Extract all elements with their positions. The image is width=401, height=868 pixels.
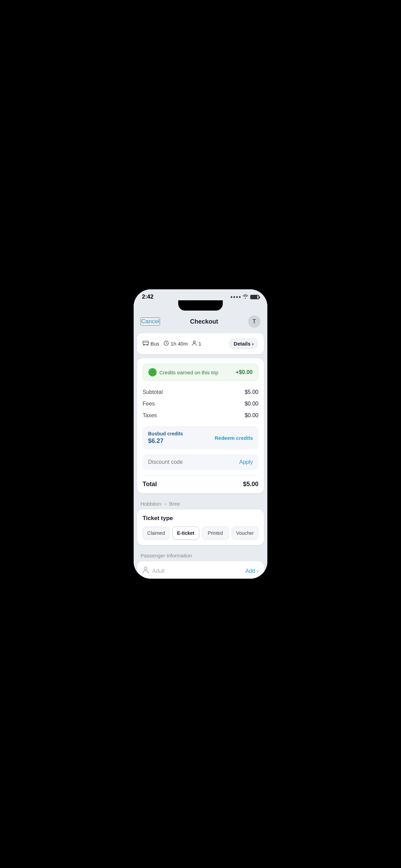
- trip-duration: 1h 40m: [163, 340, 188, 347]
- subtotal-row: Subtotal $5.00: [143, 386, 258, 398]
- details-button[interactable]: Details ›: [229, 338, 258, 349]
- trip-summary: Bus 1h 40m: [137, 333, 264, 354]
- svg-point-1: [144, 344, 145, 345]
- divider: [143, 475, 258, 476]
- subtotal-label: Subtotal: [143, 389, 163, 395]
- apply-button[interactable]: Apply: [239, 459, 253, 465]
- trip-mode-label: Bus: [150, 341, 159, 347]
- fees-row: Fees $0.00: [143, 398, 258, 410]
- svg-point-5: [193, 341, 195, 343]
- ticket-tab-voucher[interactable]: Voucher: [232, 527, 259, 540]
- battery-icon: [250, 295, 259, 299]
- fees-label: Fees: [143, 401, 155, 407]
- nav-bar: Cancel Checkout T: [134, 313, 267, 332]
- wifi-icon: [243, 294, 248, 300]
- taxes-row: Taxes $0.00: [143, 410, 258, 421]
- busbud-credits-info: Busbud credits $6.27: [148, 431, 183, 445]
- credits-amount: +$0.00: [236, 369, 253, 375]
- ticket-type-title: Ticket type: [143, 515, 258, 522]
- redeem-button[interactable]: Redeem credits: [215, 435, 253, 441]
- busbud-credits-amount: $6.27: [148, 437, 183, 445]
- bus-icon: [143, 341, 149, 347]
- ticket-card: Ticket type Claimed E-ticket Printed Vou…: [137, 509, 264, 545]
- ticket-tab-printed[interactable]: Printed: [202, 527, 229, 540]
- passenger-type: Adult: [152, 568, 165, 574]
- add-label: Add: [245, 568, 255, 574]
- trip-duration-label: 1h 40m: [171, 341, 188, 347]
- credits-earned-row: 🌿 Credits earned on this trip +$0.00: [143, 364, 258, 381]
- busbud-credits-box: Busbud credits $6.27 Redeem credits: [143, 426, 258, 449]
- signal-icon: [231, 296, 241, 298]
- add-button[interactable]: Add ›: [245, 568, 258, 574]
- leaf-icon: 🌿: [148, 368, 157, 376]
- passenger-row: Adult Add ›: [143, 567, 258, 575]
- trip-info: Bus 1h 40m: [143, 340, 224, 347]
- discount-input[interactable]: [148, 459, 239, 465]
- passenger-icon: [143, 567, 149, 575]
- subtotal-value: $5.00: [245, 389, 258, 395]
- status-icons: [231, 294, 259, 300]
- taxes-label: Taxes: [143, 412, 157, 419]
- trip-mode: Bus: [143, 341, 159, 347]
- svg-point-2: [147, 344, 148, 345]
- person-icon: [192, 340, 197, 347]
- total-label: Total: [143, 481, 157, 488]
- ticket-tab-claimed[interactable]: Claimed: [143, 527, 170, 540]
- svg-rect-0: [143, 341, 148, 345]
- trip-passengers: 1: [192, 340, 201, 347]
- trip-passengers-label: 1: [198, 341, 201, 347]
- route-label: Hobbiton → Bree: [134, 498, 267, 509]
- passenger-card: Adult Add ›: [137, 561, 264, 579]
- chevron-right-icon: ›: [257, 568, 258, 574]
- total-value: $5.00: [243, 481, 258, 488]
- taxes-value: $0.00: [245, 412, 258, 419]
- notch: [178, 300, 223, 311]
- cancel-button[interactable]: Cancel: [141, 317, 160, 326]
- avatar[interactable]: T: [248, 315, 260, 328]
- passenger-section-label: Passenger information: [134, 550, 267, 561]
- ticket-tab-eticket[interactable]: E-ticket: [172, 527, 199, 540]
- passenger-left: Adult: [143, 567, 165, 575]
- fees-value: $0.00: [245, 401, 258, 407]
- total-row: Total $5.00: [143, 481, 258, 488]
- pricing-card: 🌿 Credits earned on this trip +$0.00 Sub…: [137, 358, 264, 493]
- credits-left: 🌿 Credits earned on this trip: [148, 368, 218, 376]
- svg-point-6: [144, 567, 147, 570]
- clock-icon: [163, 340, 169, 347]
- status-time: 2:42: [142, 293, 154, 300]
- page-title: Checkout: [190, 318, 218, 325]
- discount-row: Apply: [143, 454, 258, 470]
- ticket-tabs: Claimed E-ticket Printed Voucher: [143, 527, 258, 540]
- price-rows: Subtotal $5.00 Fees $0.00 Taxes $0.00: [143, 386, 258, 421]
- details-label: Details: [234, 341, 251, 347]
- busbud-credits-label: Busbud credits: [148, 431, 183, 436]
- chevron-right-icon: ›: [252, 341, 254, 347]
- credits-label: Credits earned on this trip: [159, 370, 218, 375]
